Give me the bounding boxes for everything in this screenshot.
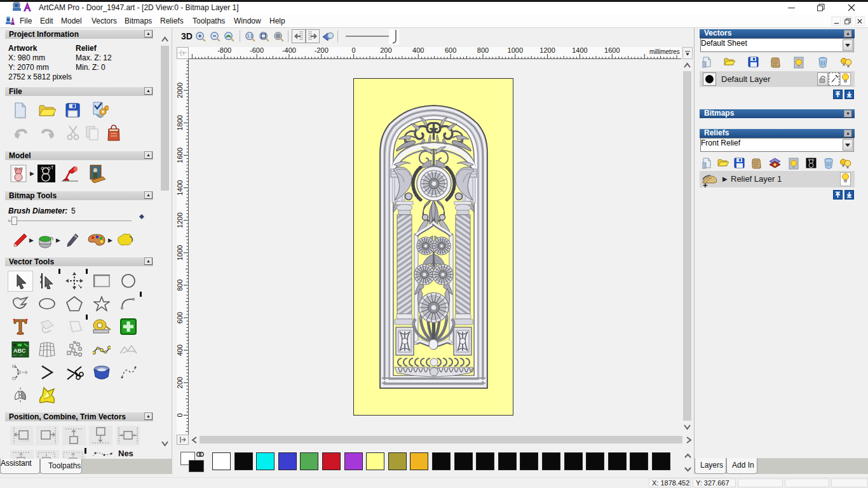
svg-text:400: 400 <box>177 344 184 356</box>
svg-text:200: 200 <box>177 377 184 388</box>
svg-text:1600: 1600 <box>604 47 620 54</box>
svg-text:1200: 1200 <box>177 212 184 227</box>
svg-text:600: 600 <box>177 312 184 323</box>
svg-text:1600: 1600 <box>177 147 184 163</box>
svg-text:400: 400 <box>412 47 424 54</box>
svg-text:0: 0 <box>177 413 184 417</box>
svg-text:1400: 1400 <box>177 180 184 195</box>
svg-text:-800: -800 <box>217 47 231 54</box>
svg-text:1800: 1800 <box>177 115 184 130</box>
svg-text:0: 0 <box>352 47 356 54</box>
svg-text:1:1: 1:1 <box>247 34 254 38</box>
svg-text:-600: -600 <box>250 47 264 54</box>
svg-text:1200: 1200 <box>539 47 555 54</box>
svg-text:200: 200 <box>380 47 391 54</box>
svg-text:-200: -200 <box>315 47 329 54</box>
svg-text:1000: 1000 <box>508 47 523 54</box>
svg-text:2000: 2000 <box>177 83 184 98</box>
svg-text:800: 800 <box>477 47 489 54</box>
svg-text:-400: -400 <box>282 47 296 54</box>
svg-text:1000: 1000 <box>177 245 184 261</box>
svg-text:ABC: ABC <box>13 348 26 354</box>
svg-text:1400: 1400 <box>572 47 587 54</box>
svg-text:T: T <box>51 165 54 170</box>
svg-text:600: 600 <box>445 47 456 54</box>
svg-text:800: 800 <box>177 280 184 291</box>
